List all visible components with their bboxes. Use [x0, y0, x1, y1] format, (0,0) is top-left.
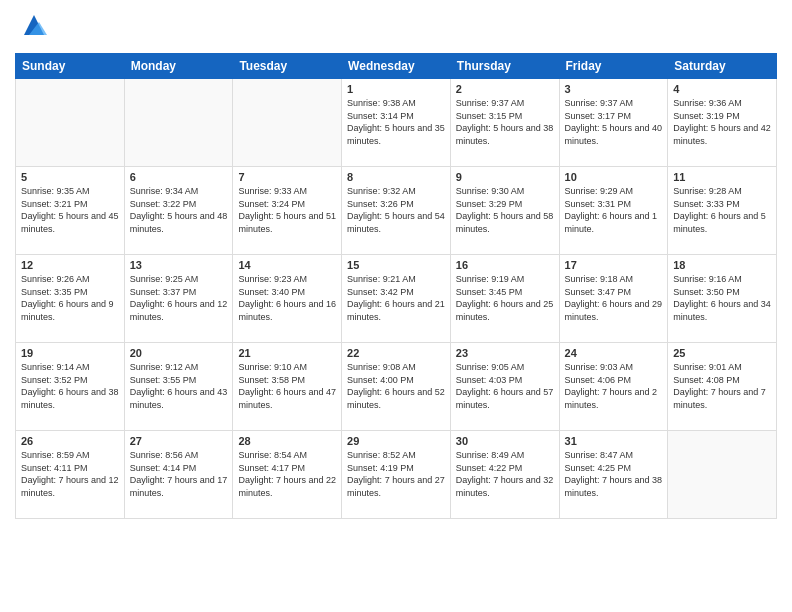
day-number: 1 — [347, 83, 445, 95]
day-cell: 20Sunrise: 9:12 AM Sunset: 3:55 PM Dayli… — [124, 343, 233, 431]
day-info: Sunrise: 9:12 AM Sunset: 3:55 PM Dayligh… — [130, 361, 228, 411]
day-info: Sunrise: 9:21 AM Sunset: 3:42 PM Dayligh… — [347, 273, 445, 323]
day-number: 13 — [130, 259, 228, 271]
day-cell — [124, 79, 233, 167]
day-header-saturday: Saturday — [668, 54, 777, 79]
day-cell: 7Sunrise: 9:33 AM Sunset: 3:24 PM Daylig… — [233, 167, 342, 255]
day-cell — [16, 79, 125, 167]
day-info: Sunrise: 9:38 AM Sunset: 3:14 PM Dayligh… — [347, 97, 445, 147]
day-info: Sunrise: 9:29 AM Sunset: 3:31 PM Dayligh… — [565, 185, 663, 235]
day-number: 7 — [238, 171, 336, 183]
day-cell: 18Sunrise: 9:16 AM Sunset: 3:50 PM Dayli… — [668, 255, 777, 343]
day-info: Sunrise: 9:14 AM Sunset: 3:52 PM Dayligh… — [21, 361, 119, 411]
day-info: Sunrise: 8:49 AM Sunset: 4:22 PM Dayligh… — [456, 449, 554, 499]
day-info: Sunrise: 9:32 AM Sunset: 3:26 PM Dayligh… — [347, 185, 445, 235]
day-info: Sunrise: 8:59 AM Sunset: 4:11 PM Dayligh… — [21, 449, 119, 499]
week-row-1: 1Sunrise: 9:38 AM Sunset: 3:14 PM Daylig… — [16, 79, 777, 167]
day-number: 22 — [347, 347, 445, 359]
day-cell: 6Sunrise: 9:34 AM Sunset: 3:22 PM Daylig… — [124, 167, 233, 255]
calendar-table: SundayMondayTuesdayWednesdayThursdayFrid… — [15, 53, 777, 519]
day-header-friday: Friday — [559, 54, 668, 79]
day-cell: 28Sunrise: 8:54 AM Sunset: 4:17 PM Dayli… — [233, 431, 342, 519]
day-info: Sunrise: 9:16 AM Sunset: 3:50 PM Dayligh… — [673, 273, 771, 323]
day-cell: 11Sunrise: 9:28 AM Sunset: 3:33 PM Dayli… — [668, 167, 777, 255]
day-header-thursday: Thursday — [450, 54, 559, 79]
day-info: Sunrise: 9:37 AM Sunset: 3:17 PM Dayligh… — [565, 97, 663, 147]
day-number: 5 — [21, 171, 119, 183]
day-info: Sunrise: 9:08 AM Sunset: 4:00 PM Dayligh… — [347, 361, 445, 411]
day-info: Sunrise: 9:25 AM Sunset: 3:37 PM Dayligh… — [130, 273, 228, 323]
day-info: Sunrise: 8:52 AM Sunset: 4:19 PM Dayligh… — [347, 449, 445, 499]
day-number: 15 — [347, 259, 445, 271]
day-cell: 22Sunrise: 9:08 AM Sunset: 4:00 PM Dayli… — [342, 343, 451, 431]
day-number: 24 — [565, 347, 663, 359]
day-cell: 10Sunrise: 9:29 AM Sunset: 3:31 PM Dayli… — [559, 167, 668, 255]
day-cell: 31Sunrise: 8:47 AM Sunset: 4:25 PM Dayli… — [559, 431, 668, 519]
day-cell: 14Sunrise: 9:23 AM Sunset: 3:40 PM Dayli… — [233, 255, 342, 343]
day-cell: 2Sunrise: 9:37 AM Sunset: 3:15 PM Daylig… — [450, 79, 559, 167]
day-header-tuesday: Tuesday — [233, 54, 342, 79]
day-info: Sunrise: 9:33 AM Sunset: 3:24 PM Dayligh… — [238, 185, 336, 235]
header — [15, 10, 777, 45]
day-number: 3 — [565, 83, 663, 95]
day-info: Sunrise: 9:34 AM Sunset: 3:22 PM Dayligh… — [130, 185, 228, 235]
logo — [15, 10, 49, 45]
day-cell: 13Sunrise: 9:25 AM Sunset: 3:37 PM Dayli… — [124, 255, 233, 343]
day-cell: 23Sunrise: 9:05 AM Sunset: 4:03 PM Dayli… — [450, 343, 559, 431]
day-number: 18 — [673, 259, 771, 271]
day-info: Sunrise: 8:47 AM Sunset: 4:25 PM Dayligh… — [565, 449, 663, 499]
day-info: Sunrise: 9:26 AM Sunset: 3:35 PM Dayligh… — [21, 273, 119, 323]
day-cell: 8Sunrise: 9:32 AM Sunset: 3:26 PM Daylig… — [342, 167, 451, 255]
week-row-5: 26Sunrise: 8:59 AM Sunset: 4:11 PM Dayli… — [16, 431, 777, 519]
day-number: 16 — [456, 259, 554, 271]
week-row-3: 12Sunrise: 9:26 AM Sunset: 3:35 PM Dayli… — [16, 255, 777, 343]
day-info: Sunrise: 9:28 AM Sunset: 3:33 PM Dayligh… — [673, 185, 771, 235]
day-header-sunday: Sunday — [16, 54, 125, 79]
day-number: 28 — [238, 435, 336, 447]
day-cell: 26Sunrise: 8:59 AM Sunset: 4:11 PM Dayli… — [16, 431, 125, 519]
day-number: 4 — [673, 83, 771, 95]
day-info: Sunrise: 9:35 AM Sunset: 3:21 PM Dayligh… — [21, 185, 119, 235]
day-number: 27 — [130, 435, 228, 447]
day-header-monday: Monday — [124, 54, 233, 79]
day-cell: 9Sunrise: 9:30 AM Sunset: 3:29 PM Daylig… — [450, 167, 559, 255]
day-cell: 29Sunrise: 8:52 AM Sunset: 4:19 PM Dayli… — [342, 431, 451, 519]
day-number: 30 — [456, 435, 554, 447]
day-number: 6 — [130, 171, 228, 183]
day-number: 17 — [565, 259, 663, 271]
day-cell: 19Sunrise: 9:14 AM Sunset: 3:52 PM Dayli… — [16, 343, 125, 431]
week-row-4: 19Sunrise: 9:14 AM Sunset: 3:52 PM Dayli… — [16, 343, 777, 431]
day-info: Sunrise: 9:03 AM Sunset: 4:06 PM Dayligh… — [565, 361, 663, 411]
day-number: 21 — [238, 347, 336, 359]
day-info: Sunrise: 8:56 AM Sunset: 4:14 PM Dayligh… — [130, 449, 228, 499]
day-number: 23 — [456, 347, 554, 359]
day-number: 29 — [347, 435, 445, 447]
day-number: 19 — [21, 347, 119, 359]
day-cell: 21Sunrise: 9:10 AM Sunset: 3:58 PM Dayli… — [233, 343, 342, 431]
day-cell: 3Sunrise: 9:37 AM Sunset: 3:17 PM Daylig… — [559, 79, 668, 167]
day-number: 11 — [673, 171, 771, 183]
day-cell: 25Sunrise: 9:01 AM Sunset: 4:08 PM Dayli… — [668, 343, 777, 431]
day-number: 14 — [238, 259, 336, 271]
day-info: Sunrise: 9:19 AM Sunset: 3:45 PM Dayligh… — [456, 273, 554, 323]
day-number: 9 — [456, 171, 554, 183]
day-cell: 24Sunrise: 9:03 AM Sunset: 4:06 PM Dayli… — [559, 343, 668, 431]
day-number: 2 — [456, 83, 554, 95]
day-cell: 16Sunrise: 9:19 AM Sunset: 3:45 PM Dayli… — [450, 255, 559, 343]
day-info: Sunrise: 9:18 AM Sunset: 3:47 PM Dayligh… — [565, 273, 663, 323]
day-number: 10 — [565, 171, 663, 183]
day-info: Sunrise: 9:23 AM Sunset: 3:40 PM Dayligh… — [238, 273, 336, 323]
day-number: 25 — [673, 347, 771, 359]
day-info: Sunrise: 8:54 AM Sunset: 4:17 PM Dayligh… — [238, 449, 336, 499]
day-number: 20 — [130, 347, 228, 359]
day-info: Sunrise: 9:36 AM Sunset: 3:19 PM Dayligh… — [673, 97, 771, 147]
day-cell — [668, 431, 777, 519]
day-cell — [233, 79, 342, 167]
day-info: Sunrise: 9:37 AM Sunset: 3:15 PM Dayligh… — [456, 97, 554, 147]
week-row-2: 5Sunrise: 9:35 AM Sunset: 3:21 PM Daylig… — [16, 167, 777, 255]
day-info: Sunrise: 9:30 AM Sunset: 3:29 PM Dayligh… — [456, 185, 554, 235]
day-number: 26 — [21, 435, 119, 447]
day-info: Sunrise: 9:05 AM Sunset: 4:03 PM Dayligh… — [456, 361, 554, 411]
day-cell: 15Sunrise: 9:21 AM Sunset: 3:42 PM Dayli… — [342, 255, 451, 343]
day-number: 31 — [565, 435, 663, 447]
